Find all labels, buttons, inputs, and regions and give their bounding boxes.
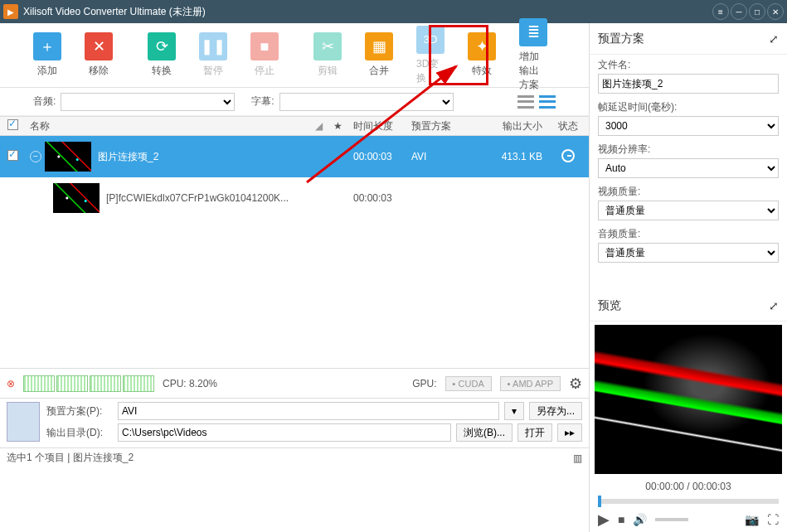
snapshot-button[interactable]: 📷: [745, 513, 759, 526]
subtitle-label: 字幕:: [251, 94, 274, 109]
preview-time: 00:00:00 / 00:00:03: [590, 477, 787, 496]
add-button[interactable]: ＋添加: [33, 32, 61, 78]
row-checkbox[interactable]: [7, 150, 18, 161]
pause-button[interactable]: ❚❚暂停: [199, 32, 227, 78]
col-size[interactable]: 输出大小: [489, 119, 547, 133]
expand-icon[interactable]: ⤢: [769, 32, 779, 46]
audio-label: 音频:: [33, 94, 56, 109]
saveas-button[interactable]: 另存为...: [529, 402, 582, 420]
outdir-label: 输出目录(D):: [46, 426, 113, 440]
delay-label: 帧延迟时间(毫秒):: [598, 100, 779, 114]
status-text: 选中1 个项目 | 图片连接项_2: [7, 451, 134, 465]
effect-button[interactable]: ✦特效: [468, 32, 496, 78]
delay-select[interactable]: 3000: [598, 116, 779, 136]
close-button[interactable]: ✕: [767, 3, 784, 20]
cpu-graph: [23, 375, 154, 392]
view-compact-icon[interactable]: [517, 95, 534, 109]
volume-icon[interactable]: 🔊: [633, 513, 647, 526]
view-list-icon[interactable]: [539, 95, 556, 109]
resolution-select[interactable]: Auto: [598, 158, 779, 178]
stop-button[interactable]: ■停止: [250, 32, 279, 78]
3d-button[interactable]: 3D3D变换: [416, 26, 445, 85]
gpu-label: GPU:: [412, 378, 436, 389]
clip-button[interactable]: ✂剪辑: [313, 32, 342, 78]
preset-label: 预置方案(P):: [46, 404, 113, 418]
remove-button[interactable]: ✕移除: [85, 32, 113, 78]
thumbnail: [45, 142, 91, 172]
app-logo: ▶: [3, 4, 18, 19]
outdir-input[interactable]: [118, 423, 451, 442]
file-list: − 图片连接项_2 00:00:03 AVI 413.1 KB [P]fcCWI…: [0, 136, 589, 368]
gear-icon[interactable]: ⚙: [569, 375, 582, 393]
history-button[interactable]: ▸▸: [557, 423, 582, 442]
aquality-label: 音频质量:: [598, 227, 779, 241]
browse-button[interactable]: 浏览(B)...: [456, 423, 513, 442]
sort-icon[interactable]: ◢: [310, 120, 327, 132]
close-cpu-icon[interactable]: ⊗: [7, 378, 15, 389]
filename-label: 文件名:: [598, 58, 779, 72]
preset-input[interactable]: [118, 402, 499, 420]
window-title: Xilisoft Video Converter Ultimate (未注册): [23, 5, 712, 19]
file-duration: 00:00:03: [348, 192, 406, 204]
file-name: 图片连接项_2: [98, 150, 158, 164]
amd-button[interactable]: ▪ AMD APP: [500, 376, 561, 391]
subtitle-select[interactable]: [279, 93, 454, 111]
col-preset[interactable]: 预置方案: [406, 119, 489, 133]
select-all-checkbox[interactable]: [7, 119, 18, 130]
convert-button[interactable]: ⟳转换: [148, 32, 176, 78]
cpu-label: CPU: 8.20%: [163, 378, 217, 389]
merge-button[interactable]: ▦合并: [365, 32, 393, 78]
audio-select[interactable]: [61, 93, 235, 111]
fullscreen-button[interactable]: ⛶: [767, 513, 779, 526]
cuda-button[interactable]: ▪ CUDA: [445, 376, 492, 391]
file-subrow[interactable]: [P]fcCWIEkdlx07CFrP1wGk01041200K... 00:0…: [0, 177, 589, 219]
col-star[interactable]: ★: [327, 120, 348, 132]
volume-slider[interactable]: [655, 518, 688, 521]
minimize-button[interactable]: ─: [731, 3, 747, 20]
expand-icon[interactable]: ⤢: [769, 299, 779, 312]
resolution-label: 视频分辨率:: [598, 143, 779, 157]
queue-icon[interactable]: ▥: [573, 452, 582, 464]
menu-button[interactable]: ≡: [712, 3, 729, 20]
aquality-select[interactable]: 普通质量: [598, 243, 779, 263]
col-status[interactable]: 状态: [547, 119, 589, 133]
preview-header: 预览: [598, 298, 621, 313]
col-name[interactable]: 名称: [25, 119, 310, 133]
vquality-label: 视频质量:: [598, 185, 779, 199]
col-duration[interactable]: 时间长度: [348, 119, 406, 133]
collapse-icon[interactable]: −: [30, 151, 41, 162]
file-row[interactable]: − 图片连接项_2 00:00:03 AVI 413.1 KB: [0, 136, 589, 177]
preview-slider[interactable]: [598, 499, 779, 504]
list-header: 名称 ◢ ★ 时间长度 预置方案 输出大小 状态: [0, 116, 589, 136]
clock-icon: [561, 149, 575, 162]
thumbnail: [53, 183, 100, 213]
maximize-button[interactable]: □: [749, 3, 765, 20]
preview-video[interactable]: [595, 325, 782, 474]
stop-preview-button[interactable]: ■: [618, 513, 624, 526]
file-duration: 00:00:03: [348, 151, 406, 162]
file-name: [P]fcCWIEkdlx07CFrP1wGk01041200K...: [106, 192, 289, 204]
file-size: 413.1 KB: [489, 151, 547, 162]
play-button[interactable]: ▶: [598, 510, 610, 529]
vquality-select[interactable]: 普通质量: [598, 201, 779, 220]
preset-dropdown[interactable]: ▾: [504, 402, 524, 420]
profile-header: 预置方案: [598, 31, 644, 46]
add-profile-button[interactable]: ≣增加输出方案: [519, 18, 547, 92]
file-preset: AVI: [406, 151, 489, 162]
filename-input[interactable]: [598, 74, 779, 94]
open-button[interactable]: 打开: [517, 423, 552, 442]
output-format-icon: [7, 402, 40, 442]
